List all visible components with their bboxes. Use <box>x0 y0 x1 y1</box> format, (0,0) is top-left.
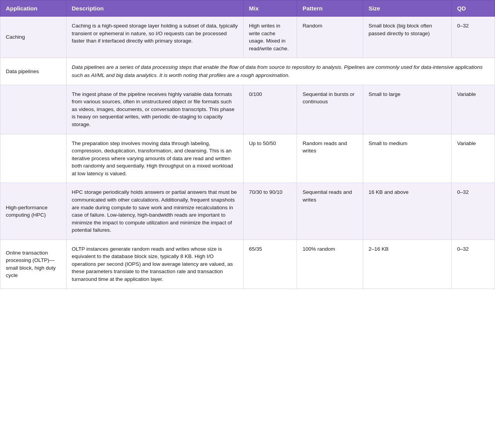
table-row: The ingest phase of the pipeline receive… <box>0 85 495 134</box>
cell-app-pipeline-ingest <box>0 85 67 134</box>
col-header-mix: Mix <box>243 0 297 17</box>
cell-app-pipeline-prep <box>0 134 67 183</box>
col-header-qd: QD <box>452 0 495 17</box>
col-header-size: Size <box>363 0 451 17</box>
cell-qd-pipeline-ingest: Variable <box>452 85 495 134</box>
header-row: Application Description Mix Pattern Size… <box>0 0 495 17</box>
cell-size-hpc: 16 KB and above <box>363 183 451 239</box>
cell-pattern-pipeline-prep: Random reads and writes <box>297 134 363 183</box>
table-row: Data pipelines Data pipelines are a seri… <box>0 58 495 85</box>
cell-pattern-oltp: 100% random <box>297 239 363 289</box>
cell-desc-pipeline-ingest: The ingest phase of the pipeline receive… <box>66 85 243 134</box>
cell-size-pipeline-ingest: Small to large <box>363 85 451 134</box>
table-row: High-performance computing (HPC) HPC sto… <box>0 183 495 239</box>
data-table: Application Description Mix Pattern Size… <box>0 0 495 289</box>
cell-app-hpc: High-performance computing (HPC) <box>0 183 67 239</box>
cell-size-oltp: 2–16 KB <box>363 239 451 289</box>
cell-app-data-pipelines: Data pipelines <box>0 58 67 85</box>
cell-qd-caching: 0–32 <box>452 17 495 58</box>
col-header-application: Application <box>0 0 67 17</box>
cell-qd-hpc: 0–32 <box>452 183 495 239</box>
cell-mix-pipeline-ingest: 0/100 <box>243 85 297 134</box>
cell-mix-oltp: 65/35 <box>243 239 297 289</box>
cell-mix-hpc: 70/30 to 90/10 <box>243 183 297 239</box>
cell-app-oltp: Online transaction processing (OLTP)—sma… <box>0 239 67 289</box>
table-row: Online transaction processing (OLTP)—sma… <box>0 239 495 289</box>
cell-qd-pipeline-prep: Variable <box>452 134 495 183</box>
cell-desc-data-pipelines-full: Data pipelines are a series of data proc… <box>66 58 495 85</box>
cell-size-caching: Small block (big block often passed dire… <box>363 17 451 58</box>
cell-qd-oltp: 0–32 <box>452 239 495 289</box>
cell-pattern-caching: Random <box>297 17 363 58</box>
cell-desc-oltp: OLTP instances generate random reads and… <box>66 239 243 289</box>
col-header-description: Description <box>66 0 243 17</box>
cell-desc-caching: Caching is a high-speed storage layer ho… <box>66 17 243 58</box>
table-row: Caching Caching is a high-speed storage … <box>0 17 495 58</box>
cell-size-pipeline-prep: Small to medium <box>363 134 451 183</box>
cell-desc-pipeline-prep: The preparation step involves moving dat… <box>66 134 243 183</box>
cell-app-caching: Caching <box>0 17 67 58</box>
cell-mix-pipeline-prep: Up to 50/50 <box>243 134 297 183</box>
cell-pattern-pipeline-ingest: Sequential in bursts or continuous <box>297 85 363 134</box>
cell-pattern-hpc: Sequential reads and writes <box>297 183 363 239</box>
cell-desc-hpc: HPC storage periodically holds answers o… <box>66 183 243 239</box>
table-row: The preparation step involves moving dat… <box>0 134 495 183</box>
col-header-pattern: Pattern <box>297 0 363 17</box>
main-table-container: Application Description Mix Pattern Size… <box>0 0 495 448</box>
cell-mix-caching: High writes in write cache usage. Mixed … <box>243 17 297 58</box>
